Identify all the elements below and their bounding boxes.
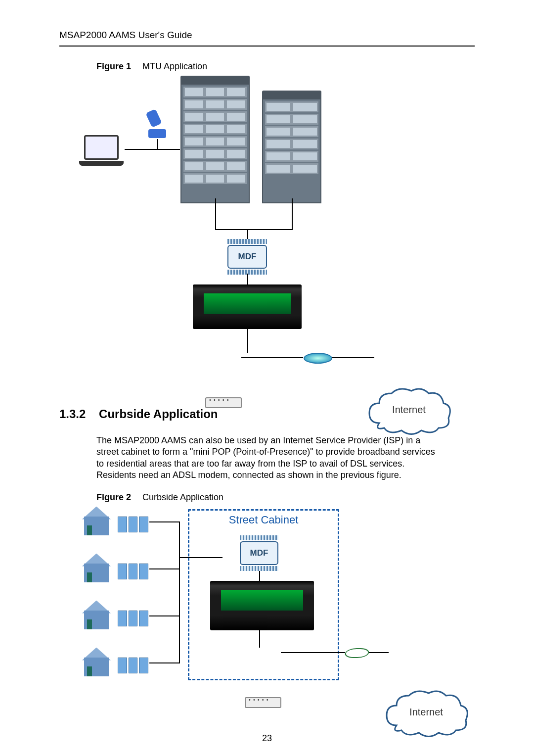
laptop-icon — [79, 135, 124, 165]
internet-label: Internet — [364, 404, 453, 416]
mdf-label: MDF — [250, 548, 268, 558]
building-icon — [262, 91, 321, 203]
network-disc-icon — [304, 353, 332, 364]
windows-icon — [118, 658, 148, 673]
house-icon — [79, 648, 114, 676]
modem-icon — [245, 697, 281, 708]
windows-icon — [118, 517, 148, 532]
figure2-title: Curbside Application — [142, 492, 223, 502]
internet-cloud-icon: Internet — [382, 686, 471, 740]
figure2-caption: Figure 2 Curbside Application — [96, 492, 475, 503]
section-paragraph: The MSAP2000 AAMS can also be used by an… — [96, 435, 438, 481]
figure1-diagram: MDF Internet — [79, 76, 475, 382]
equipment-rack-icon — [193, 284, 302, 329]
house-row — [79, 507, 148, 535]
house-icon — [79, 554, 114, 582]
modem-icon — [205, 397, 242, 408]
network-link-icon — [343, 648, 370, 658]
figure2-diagram: Street Cabinet MDF Internet — [79, 507, 470, 714]
figure2-label: Figure 2 — [96, 492, 131, 502]
house-icon — [79, 601, 114, 629]
page-header: MSAP2000 AAMS User's Guide — [59, 30, 475, 47]
house-row — [79, 648, 148, 676]
section-number: 1.3.2 — [59, 407, 86, 421]
house-icon — [79, 507, 114, 535]
document-page: MSAP2000 AAMS User's Guide Figure 1 MTU … — [0, 0, 534, 756]
mdf-label: MDF — [238, 252, 257, 262]
windows-icon — [118, 611, 148, 626]
figure1-title: MTU Application — [142, 61, 207, 71]
section-title: Curbside Application — [99, 407, 218, 421]
figure1-caption: Figure 1 MTU Application — [96, 61, 475, 72]
building-icon — [180, 76, 250, 203]
page-number: 23 — [0, 733, 534, 744]
figure1-label: Figure 1 — [96, 61, 131, 71]
house-row — [79, 554, 148, 582]
mdf-icon: MDF — [227, 239, 267, 275]
mdf-icon: MDF — [240, 535, 278, 571]
telephone-icon — [148, 110, 168, 135]
header-text: MSAP2000 AAMS User's Guide — [59, 30, 192, 40]
internet-cloud-icon: Internet — [364, 383, 453, 438]
street-cabinet-label: Street Cabinet — [189, 514, 338, 526]
equipment-rack-icon — [210, 581, 314, 630]
windows-icon — [118, 564, 148, 579]
house-row — [79, 601, 148, 629]
internet-label: Internet — [382, 707, 471, 718]
